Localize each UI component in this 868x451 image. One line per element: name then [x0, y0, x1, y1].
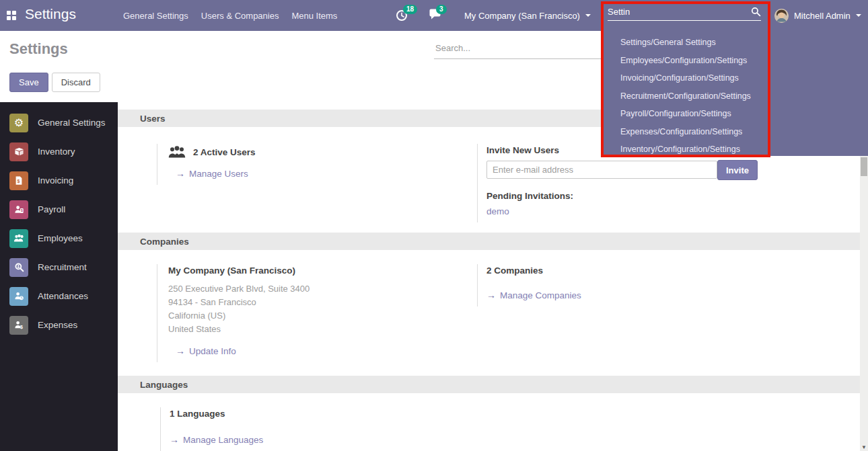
sidebar-item-label: Employees [38, 233, 83, 243]
suggestion-inventory-settings[interactable]: Inventory/Configuration/Settings [620, 140, 868, 159]
pending-invitations-label: Pending Invitations: [486, 191, 760, 201]
settings-sidebar: ⚙ General Settings Inventory $ Invoicing… [0, 102, 118, 451]
languages-block: 1 Languages → Manage Languages [160, 407, 429, 451]
sidebar-item-label: Expenses [38, 320, 77, 330]
sidebar-item-label: Payroll [38, 204, 65, 214]
vertical-scrollbar[interactable]: ▼ [860, 156, 868, 451]
svg-text:$: $ [17, 179, 20, 184]
menu-item-users-companies[interactable]: Users & Companies [201, 11, 279, 21]
pending-invitation-demo-link[interactable]: demo [486, 206, 509, 216]
user-name: Mitchell Admin [794, 11, 851, 21]
arrow-right-icon: → [486, 290, 496, 300]
arrow-right-icon: → [176, 345, 185, 356]
settings-search [434, 39, 601, 59]
company-info-block: My Company (San Francisco) 250 Executive… [157, 264, 439, 362]
manage-users-link[interactable]: → Manage Users [176, 168, 248, 179]
sidebar-item-general-settings[interactable]: ⚙ General Settings [0, 108, 118, 137]
suggestion-invoicing-settings[interactable]: Invoicing/Configuration/Settings [620, 69, 868, 87]
apps-menu-button[interactable] [0, 0, 23, 31]
scrollbar-down-arrow[interactable]: ▼ [860, 444, 868, 450]
section-header-languages: Languages [118, 376, 860, 393]
invoice-document-icon: $ [9, 171, 28, 190]
manage-companies-link[interactable]: → Manage Companies [486, 290, 581, 300]
chevron-down-icon [585, 14, 591, 17]
companies-count-block: 2 Companies → Manage Companies [477, 264, 679, 306]
scrollbar-thumb[interactable] [861, 157, 867, 176]
sidebar-item-expenses[interactable]: $ Expenses [0, 311, 118, 339]
sidebar-item-recruitment[interactable]: Recruitment [0, 253, 118, 282]
sidebar-item-invoicing[interactable]: $ Invoicing [0, 166, 118, 195]
address-line: 94134 - San Francisco [168, 296, 439, 309]
sidebar-item-inventory[interactable]: Inventory [0, 137, 118, 166]
save-button[interactable]: Save [9, 73, 48, 92]
active-users-count: 2 Active Users [193, 147, 256, 157]
languages-count: 1 Languages [170, 409, 429, 419]
address-line: California (US) [168, 309, 439, 323]
control-buttons: Save Discard [9, 73, 100, 92]
gear-icon: ⚙ [9, 114, 28, 132]
apps-grid-icon [7, 11, 16, 20]
address-line: 250 Executive Park Blvd, Suite 3400 [168, 282, 439, 296]
address-line: United States [168, 323, 439, 336]
messages-button[interactable]: 3 [429, 9, 442, 22]
suggestion-employees-settings[interactable]: Employees/Configuration/Settings [620, 52, 868, 70]
manage-languages-link[interactable]: → Manage Languages [170, 434, 263, 445]
activity-clock-button[interactable]: 18 [396, 9, 409, 22]
menu-item-general-settings[interactable]: General Settings [123, 11, 188, 21]
suggestion-recruitment-settings[interactable]: Recruitment/Configuration/Settings [620, 87, 868, 106]
settings-search-input[interactable] [434, 39, 601, 59]
sidebar-item-employees[interactable]: Employees [0, 224, 118, 253]
systray: 18 3 [396, 0, 442, 31]
sidebar-item-label: Attendances [38, 291, 88, 301]
app-title: Settings [25, 6, 76, 22]
search-suggestions-panel: Settings/General Settings Employees/Conf… [602, 31, 868, 156]
company-name: My Company (San Francisco) [168, 265, 439, 276]
navbar-menu: General Settings Users & Companies Menu … [123, 0, 337, 31]
navbar-search-input[interactable] [608, 7, 751, 17]
suggestion-payroll-settings[interactable]: Payroll/Configuration/Settings [620, 105, 868, 123]
svg-text:$: $ [20, 325, 23, 330]
inventory-box-icon [9, 142, 28, 161]
suggestion-list: Settings/General Settings Employees/Conf… [602, 31, 868, 159]
odoo-settings-screen: Settings General Settings Users & Compan… [0, 0, 868, 451]
invite-button[interactable]: Invite [717, 160, 758, 180]
user-avatar [774, 9, 789, 23]
user-menu[interactable]: Mitchell Admin [774, 0, 861, 31]
sidebar-item-attendances[interactable]: Attendances [0, 282, 118, 311]
section-header-companies: Companies [118, 233, 860, 250]
update-info-link[interactable]: → Update Info [176, 345, 236, 356]
message-count-badge: 3 [436, 5, 447, 14]
top-navbar: Settings General Settings Users & Compan… [0, 0, 868, 31]
company-selector-label: My Company (San Francisco) [464, 11, 580, 21]
company-selector[interactable]: My Company (San Francisco) [464, 0, 591, 31]
chevron-down-icon [856, 14, 861, 17]
payroll-person-icon: $ [9, 200, 28, 219]
companies-count: 2 Companies [486, 265, 679, 276]
recruitment-magnifier-icon [9, 258, 28, 277]
activity-count-badge: 18 [403, 5, 417, 14]
invite-email-input[interactable] [486, 161, 717, 179]
active-users-block: 2 Active Users → Manage Users [157, 144, 426, 185]
company-address: 250 Executive Park Blvd, Suite 3400 9413… [168, 282, 439, 336]
suggestion-expenses-settings[interactable]: Expenses/Configuration/Settings [620, 123, 868, 141]
svg-text:$: $ [21, 208, 23, 212]
suggestion-settings-general[interactable]: Settings/General Settings [620, 34, 868, 52]
navbar-search [608, 7, 761, 21]
attendance-person-clock-icon [9, 287, 28, 306]
sidebar-item-label: Recruitment [38, 262, 87, 272]
sidebar-item-label: Invoicing [38, 175, 73, 186]
sidebar-item-label: General Settings [38, 118, 106, 128]
sidebar-item-label: Inventory [38, 147, 75, 157]
users-group-icon [168, 145, 186, 159]
search-icon[interactable] [751, 7, 761, 17]
menu-item-menu-items[interactable]: Menu Items [291, 11, 337, 21]
arrow-right-icon: → [170, 434, 179, 445]
sidebar-item-payroll[interactable]: $ Payroll [0, 195, 118, 224]
expenses-person-dollar-icon: $ [9, 316, 28, 335]
employees-group-icon [9, 229, 28, 248]
page-title: Settings [9, 40, 68, 58]
discard-button[interactable]: Discard [52, 73, 100, 92]
arrow-right-icon: → [176, 168, 185, 179]
